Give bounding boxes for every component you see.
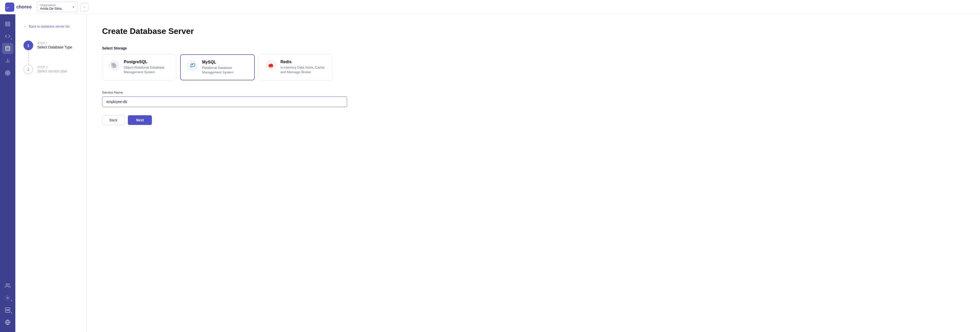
sidebar-chevron-icon: ▾ <box>11 38 12 40</box>
postgresql-name: PostgreSQL <box>124 60 170 64</box>
postgresql-icon: 🐘 <box>108 60 120 71</box>
org-name: Amila De Silva <box>40 6 62 10</box>
sidebar-item-dashboard[interactable] <box>2 18 13 30</box>
form-area: Create Database Server Select Storage 🐘 … <box>87 14 980 332</box>
storage-card-mysql[interactable]: MySQL Relational Database Management Sys… <box>180 54 255 80</box>
logo: ⌐ choreo <box>5 3 32 12</box>
service-name-label: Service Name <box>102 91 965 94</box>
next-button[interactable]: Next <box>128 115 152 125</box>
main-layout: ▾ ▾ ▾ <box>0 14 980 332</box>
redis-info: Redis In-memory Data Store, Cache and Me… <box>280 60 326 75</box>
sidebar-item-settings[interactable]: ▾ <box>2 292 13 303</box>
svg-rect-16 <box>5 311 10 312</box>
step-2-label: STEP 2 <box>37 65 67 68</box>
sidebar-storage-chevron-icon: ▾ <box>11 311 12 314</box>
back-button[interactable]: Back <box>102 115 125 125</box>
redis-desc: In-memory Data Store, Cache and Message … <box>280 65 326 75</box>
storage-cards: 🐘 PostgreSQL Object-Relational Database … <box>102 54 965 80</box>
step-2-info: STEP 2 Select service plan <box>37 65 67 73</box>
back-link-text: Back to database server list <box>29 24 70 28</box>
svg-point-23 <box>187 60 198 71</box>
action-buttons: Back Next <box>102 115 965 125</box>
sidebar-item-users[interactable] <box>2 280 13 291</box>
svg-rect-15 <box>5 308 10 310</box>
svg-point-6 <box>6 46 10 48</box>
header: ⌐ choreo Organization Amila De Silva ▾ › <box>0 0 980 14</box>
content: ← Back to database server list 1 STEP 1 … <box>15 14 980 332</box>
sidebar: ▾ ▾ ▾ <box>0 14 15 332</box>
svg-rect-5 <box>8 24 10 26</box>
sidebar-item-targets[interactable] <box>2 67 13 79</box>
storage-section-label: Select Storage <box>102 46 965 50</box>
sidebar-item-storage[interactable]: ▾ <box>2 305 13 316</box>
sidebar-settings-chevron-icon: ▾ <box>11 299 12 302</box>
page-title: Create Database Server <box>102 27 965 36</box>
redis-icon <box>265 60 277 71</box>
steps-panel: ← Back to database server list 1 STEP 1 … <box>15 14 87 332</box>
storage-card-redis[interactable]: Redis In-memory Data Store, Cache and Me… <box>259 54 333 80</box>
chevron-down-icon: ▾ <box>73 5 74 9</box>
sidebar-item-globe[interactable] <box>2 317 13 328</box>
storage-card-postgresql[interactable]: 🐘 PostgreSQL Object-Relational Database … <box>102 54 176 80</box>
svg-point-24 <box>192 64 192 65</box>
step-1-circle: 1 <box>24 41 33 50</box>
step-1-title: Select Database Type <box>37 45 72 49</box>
step-2-title: Select service plan <box>37 69 67 73</box>
step-1: 1 STEP 1 Select Database Type <box>24 41 78 50</box>
svg-point-11 <box>6 71 9 75</box>
back-arrow-icon: ← <box>24 24 27 28</box>
sidebar-item-deploy[interactable]: ▾ <box>2 30 13 42</box>
service-name-input[interactable] <box>102 96 347 107</box>
redis-name: Redis <box>280 60 326 64</box>
sidebar-item-database[interactable] <box>2 43 13 54</box>
mysql-name: MySQL <box>202 60 248 65</box>
svg-point-10 <box>5 71 10 75</box>
sidebar-item-analytics[interactable] <box>2 55 13 66</box>
step-1-label: STEP 1 <box>37 41 72 44</box>
postgresql-desc: Object-Relational Database Management Sy… <box>124 65 170 75</box>
step-2: 2 STEP 2 Select service plan <box>24 65 78 74</box>
mysql-icon <box>187 60 198 71</box>
svg-point-14 <box>7 297 8 299</box>
logo-text: choreo <box>16 4 32 10</box>
mysql-desc: Relational Database Management System <box>202 65 248 75</box>
svg-point-12 <box>7 72 8 73</box>
svg-rect-3 <box>8 22 10 24</box>
mysql-info: MySQL Relational Database Management Sys… <box>202 60 248 75</box>
svg-text:🐘: 🐘 <box>111 62 118 69</box>
svg-point-13 <box>6 284 8 285</box>
org-selector[interactable]: Organization Amila De Silva ▾ <box>37 2 78 12</box>
svg-rect-2 <box>6 22 7 24</box>
service-name-group: Service Name <box>102 91 965 107</box>
svg-text:⌐: ⌐ <box>6 5 10 10</box>
back-to-list-link[interactable]: ← Back to database server list <box>24 24 78 28</box>
postgresql-info: PostgreSQL Object-Relational Database Ma… <box>124 60 170 75</box>
steps-list: 1 STEP 1 Select Database Type 2 STEP 2 S… <box>24 41 78 74</box>
svg-rect-4 <box>6 24 7 26</box>
step-1-info: STEP 1 Select Database Type <box>37 41 72 49</box>
step-2-circle: 2 <box>24 65 33 74</box>
header-forward-button[interactable]: › <box>80 3 88 11</box>
org-label: Organization <box>40 3 62 6</box>
